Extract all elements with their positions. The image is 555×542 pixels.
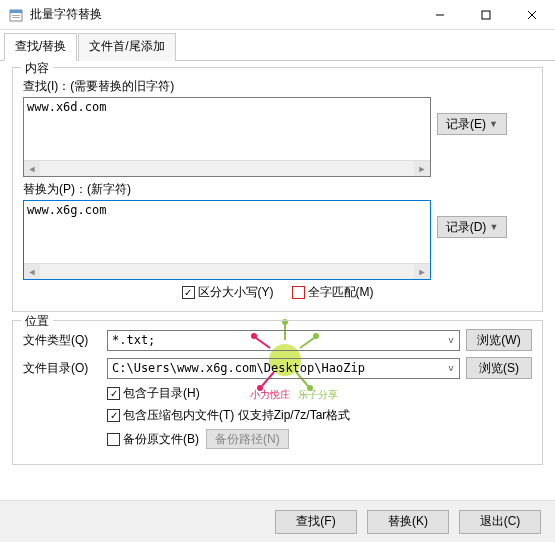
checkbox-icon	[107, 387, 120, 400]
replace-label: 替换为(P)：(新字符)	[23, 181, 532, 198]
browse-w-button[interactable]: 浏览(W)	[466, 329, 532, 351]
maximize-button[interactable]	[463, 0, 509, 29]
h-scrollbar[interactable]: ◄ ►	[24, 263, 430, 279]
case-sensitive-checkbox[interactable]: 区分大小写(Y)	[182, 284, 274, 301]
backup-orig-label: 备份原文件(B)	[123, 431, 199, 448]
svg-rect-2	[12, 15, 20, 16]
replace-textarea-wrap: ◄ ►	[23, 200, 431, 280]
find-textarea-wrap: ◄ ►	[23, 97, 431, 177]
content-group: 内容 查找(I)：(需要替换的旧字符) ◄ ► 记录(E) ▼ 替换为(P)：(…	[12, 67, 543, 312]
checkbox-icon	[107, 433, 120, 446]
include-subdir-label: 包含子目录(H)	[123, 385, 200, 402]
svg-rect-1	[10, 10, 22, 13]
h-scrollbar[interactable]: ◄ ►	[24, 160, 430, 176]
chevron-down-icon[interactable]: v	[443, 331, 459, 350]
case-sensitive-label: 区分大小写(Y)	[198, 284, 274, 301]
find-button[interactable]: 查找(F)	[275, 510, 357, 534]
chevron-down-icon: ▼	[489, 119, 498, 129]
window-title: 批量字符替换	[30, 6, 417, 23]
svg-rect-5	[482, 11, 490, 19]
checkbox-icon	[182, 286, 195, 299]
file-type-label: 文件类型(Q)	[23, 332, 101, 349]
find-label: 查找(I)：(需要替换的旧字符)	[23, 78, 532, 95]
minimize-button[interactable]	[417, 0, 463, 29]
scroll-right-icon[interactable]: ►	[414, 264, 430, 279]
file-dir-label: 文件目录(O)	[23, 360, 101, 377]
checkbox-icon	[107, 409, 120, 422]
include-archive-checkbox[interactable]: 包含压缩包内文件(T) 仅支持Zip/7z/Tar格式	[107, 407, 532, 424]
backup-path-button: 备份路径(N)	[206, 429, 289, 449]
find-textarea[interactable]	[24, 98, 430, 160]
exit-button[interactable]: 退出(C)	[459, 510, 541, 534]
record-e-button[interactable]: 记录(E) ▼	[437, 113, 507, 135]
scroll-left-icon[interactable]: ◄	[24, 264, 40, 279]
scroll-left-icon[interactable]: ◄	[24, 161, 40, 176]
file-dir-value: C:\Users\www.x6g.com\Desktop\HaoZip	[112, 361, 365, 375]
location-group: 位置 文件类型(Q) *.txt; v 浏览(W) 文件目录(O) C:\Use…	[12, 320, 543, 465]
app-icon	[8, 7, 24, 23]
record-e-label: 记录(E)	[446, 116, 486, 133]
replace-button[interactable]: 替换(K)	[367, 510, 449, 534]
footer-bar: 查找(F) 替换(K) 退出(C)	[0, 500, 555, 542]
backup-orig-checkbox[interactable]: 备份原文件(B) 备份路径(N)	[107, 429, 532, 449]
whole-word-label: 全字匹配(M)	[308, 284, 374, 301]
location-group-title: 位置	[21, 313, 53, 330]
replace-textarea[interactable]	[24, 201, 430, 263]
file-type-value: *.txt;	[112, 333, 155, 347]
tab-find-replace[interactable]: 查找/替换	[4, 33, 77, 61]
svg-rect-3	[12, 17, 20, 18]
record-d-button[interactable]: 记录(D) ▼	[437, 216, 507, 238]
checkbox-icon	[292, 286, 305, 299]
scroll-right-icon[interactable]: ►	[414, 161, 430, 176]
record-d-label: 记录(D)	[446, 219, 487, 236]
tab-append[interactable]: 文件首/尾添加	[78, 33, 175, 61]
browse-s-button[interactable]: 浏览(S)	[466, 357, 532, 379]
file-type-combo[interactable]: *.txt; v	[107, 330, 460, 351]
tab-bar: 查找/替换 文件首/尾添加	[0, 32, 555, 61]
content-group-title: 内容	[21, 60, 53, 77]
chevron-down-icon[interactable]: v	[443, 359, 459, 378]
include-subdir-checkbox[interactable]: 包含子目录(H)	[107, 385, 532, 402]
chevron-down-icon: ▼	[489, 222, 498, 232]
file-dir-combo[interactable]: C:\Users\www.x6g.com\Desktop\HaoZip v	[107, 358, 460, 379]
whole-word-checkbox[interactable]: 全字匹配(M)	[292, 284, 374, 301]
include-archive-label: 包含压缩包内文件(T) 仅支持Zip/7z/Tar格式	[123, 407, 350, 424]
close-button[interactable]	[509, 0, 555, 29]
title-bar: 批量字符替换	[0, 0, 555, 30]
